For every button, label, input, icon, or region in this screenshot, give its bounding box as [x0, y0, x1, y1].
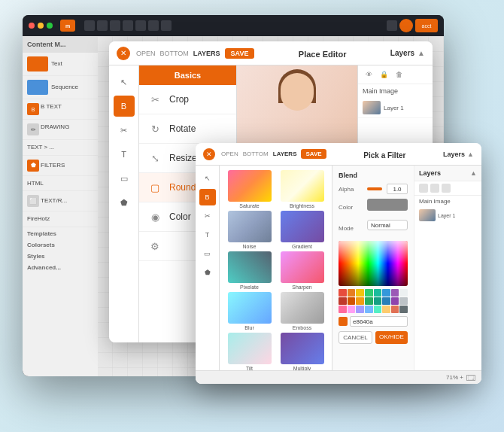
tool-shape[interactable]: ▭ — [114, 168, 135, 189]
swatch-salmon[interactable] — [391, 306, 399, 313]
editor-save-button[interactable]: SAVE — [225, 48, 255, 59]
sidebar-item-fire[interactable]: FireHotz — [23, 211, 98, 227]
section-advanced[interactable]: Advanced... — [23, 261, 98, 272]
swatch-dark-orange[interactable] — [348, 297, 356, 305]
swatch-sky[interactable] — [365, 306, 373, 313]
tool-2[interactable] — [97, 20, 108, 31]
tool-pointer[interactable]: ↖ — [114, 71, 135, 93]
swatch-dark-red[interactable] — [339, 297, 347, 305]
sidebar-item-filters[interactable]: ⬟ FILTERS — [23, 156, 98, 176]
swatch-dark-blue[interactable] — [382, 297, 390, 305]
filter-tool-shape[interactable]: ▭ — [199, 245, 216, 262]
swatch-blue[interactable] — [382, 289, 390, 297]
settings-icon[interactable] — [387, 20, 397, 31]
tool-6[interactable] — [148, 20, 159, 31]
tool-7[interactable] — [161, 20, 172, 31]
color-spectrum[interactable] — [339, 241, 408, 286]
filter-cell-sharpen[interactable]: Sharpen — [277, 251, 327, 290]
swatch-lavender[interactable] — [356, 306, 364, 313]
filter-cell-saturate[interactable]: Saturate — [224, 170, 275, 208]
swatch-dark-gray[interactable] — [399, 306, 408, 313]
layer-item-1[interactable]: Layer 1 — [358, 98, 433, 118]
filter-cell-gradient[interactable]: Gradient — [277, 211, 327, 249]
editor-close-button[interactable]: ✕ — [117, 47, 130, 60]
tab-layers[interactable]: LAYERS — [193, 50, 220, 57]
swatch-peach[interactable] — [382, 306, 390, 313]
filter-cell-tilt[interactable]: Tilt — [224, 333, 275, 371]
swatch-yellow[interactable] — [356, 289, 364, 297]
basics-item-crop[interactable]: ✂ Crop — [139, 85, 236, 114]
maximize-dot[interactable] — [47, 23, 53, 29]
blend-mode-dropdown[interactable]: Normal — [367, 220, 408, 230]
user-avatar[interactable] — [399, 19, 413, 32]
filter-cell-emboss[interactable]: Emboss — [277, 292, 327, 330]
swatch-mint[interactable] — [374, 306, 382, 313]
sidebar-item-sequence[interactable]: Sequence — [23, 76, 98, 99]
basics-item-rotate[interactable]: ↻ Rotate — [139, 114, 236, 144]
filter-cell-multiply[interactable]: Multiply — [277, 333, 327, 371]
hex-input[interactable]: e8640a — [350, 316, 408, 327]
tool-filter[interactable]: ⬟ — [114, 192, 135, 213]
filter-tool-pointer[interactable]: ↖ — [199, 170, 216, 187]
blend-color-swatch[interactable] — [367, 199, 408, 211]
tab-open[interactable]: OPEN — [136, 50, 156, 57]
close-dot[interactable] — [29, 23, 35, 29]
layer-visible-icon[interactable]: 👁 — [363, 68, 375, 81]
tab-bottom[interactable]: BOTTOM — [160, 50, 189, 57]
fl-tool-delete[interactable] — [442, 184, 451, 193]
swatch-light[interactable] — [399, 289, 408, 297]
swatch-purple[interactable] — [391, 289, 399, 297]
cancel-button[interactable]: CANCEL — [339, 331, 372, 344]
sidebar-item-paper[interactable]: ⬜ TEXT/R... — [23, 191, 98, 211]
filter-close-button[interactable]: ✕ — [203, 148, 215, 160]
section-styles[interactable]: Styles — [23, 250, 98, 261]
tool-4[interactable] — [123, 20, 133, 31]
filter-tab-open[interactable]: OPEN — [221, 151, 238, 157]
sidebar-item-btext[interactable]: B B TEXT — [23, 99, 98, 120]
filter-layer-item[interactable]: Layer 1 — [414, 207, 481, 224]
tool-text[interactable]: T — [114, 144, 135, 165]
section-colorsets[interactable]: Colorsets — [23, 239, 98, 250]
filter-tool-basics[interactable]: B — [199, 189, 216, 205]
filter-cell-noise[interactable]: Noise — [224, 211, 275, 249]
tool-1[interactable] — [84, 20, 95, 31]
fl-tool-visible[interactable] — [419, 184, 428, 193]
blend-alpha-value[interactable]: 1.0 — [387, 184, 408, 194]
filter-tab-layers[interactable]: LAYERS — [273, 151, 297, 157]
account-button[interactable]: acct — [415, 19, 438, 32]
swatch-gray[interactable] — [399, 297, 408, 305]
swatch-red[interactable] — [339, 289, 347, 297]
tool-crop[interactable]: ✂ — [114, 120, 135, 141]
swatch-dark-yellow[interactable] — [356, 297, 364, 305]
swatch-dark-teal[interactable] — [374, 297, 382, 305]
filter-cell-pixelate[interactable]: Pixelate — [224, 251, 275, 290]
filter-tab-bottom[interactable]: BOTTOM — [243, 151, 269, 157]
swatch-dark-green[interactable] — [365, 297, 373, 305]
swatch-teal[interactable] — [374, 289, 382, 297]
section-templates[interactable]: Templates — [23, 227, 98, 239]
layer-lock-icon[interactable]: 🔒 — [378, 68, 390, 81]
filter-cell-blur[interactable]: Blur — [224, 292, 275, 330]
filter-tool-crop[interactable]: ✂ — [199, 208, 216, 224]
swatch-orange[interactable] — [348, 289, 356, 297]
filter-cell-brightness[interactable]: Brightness — [277, 170, 327, 208]
sidebar-item-html[interactable]: HTML — [23, 176, 98, 192]
swatch-green[interactable] — [365, 289, 373, 297]
tool-5[interactable] — [135, 20, 146, 31]
tool-basics[interactable]: B — [114, 96, 135, 117]
swatch-pink[interactable] — [339, 306, 347, 313]
expand-icon[interactable] — [466, 375, 475, 381]
fl-tool-lock[interactable] — [430, 184, 439, 193]
sidebar-item-drawing[interactable]: ✏ DRAWING — [23, 120, 98, 140]
layer-delete-icon[interactable]: 🗑 — [393, 68, 405, 81]
ok-button[interactable]: OK/HIDE — [375, 331, 408, 344]
blend-alpha-slider[interactable] — [367, 187, 382, 190]
filter-tool-filter[interactable]: ⬟ — [199, 264, 216, 281]
tool-3[interactable] — [110, 20, 120, 31]
filter-tool-text[interactable]: T — [199, 227, 216, 243]
swatch-dark-purple[interactable] — [391, 297, 399, 305]
minimize-dot[interactable] — [38, 23, 44, 29]
swatch-light-pink[interactable] — [348, 306, 356, 313]
sidebar-item-text2[interactable]: TEXT > ... — [23, 140, 98, 156]
filter-save-button[interactable]: SAVE — [301, 149, 326, 159]
